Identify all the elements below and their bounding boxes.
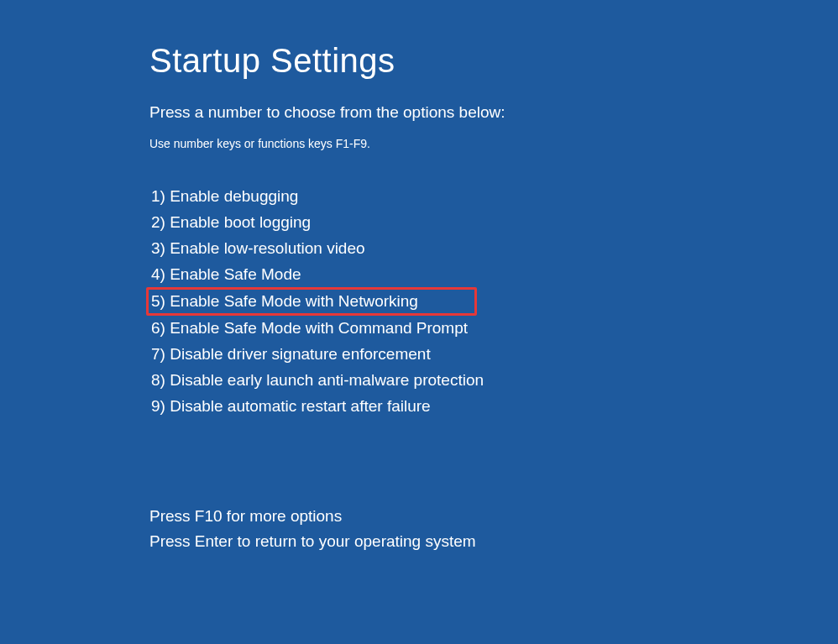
option-label: Disable early launch anti-malware protec… [170, 371, 484, 389]
option-enable-safe-mode-networking[interactable]: 5) Enable Safe Mode with Networking [146, 287, 477, 316]
option-label: Enable Safe Mode with Networking [170, 292, 418, 310]
option-number: 2 [151, 213, 160, 231]
option-number: 6 [151, 319, 160, 337]
option-number: 3 [151, 239, 160, 257]
footer: Press F10 for more options Press Enter t… [149, 504, 838, 554]
footer-return-os: Press Enter to return to your operating … [149, 529, 838, 554]
option-label: Disable driver signature enforcement [170, 345, 431, 363]
option-enable-safe-mode-cmd[interactable]: 6) Enable Safe Mode with Command Prompt [149, 316, 469, 341]
option-label: Enable boot logging [170, 213, 311, 231]
option-enable-debugging[interactable]: 1) Enable debugging [149, 184, 300, 209]
option-number: 4 [151, 265, 160, 283]
hint-text: Use number keys or functions keys F1-F9. [149, 137, 838, 150]
page-title: Startup Settings [149, 42, 838, 80]
option-enable-boot-logging[interactable]: 2) Enable boot logging [149, 210, 312, 235]
option-disable-anti-malware[interactable]: 8) Disable early launch anti-malware pro… [149, 368, 485, 393]
option-label: Enable low-resolution video [170, 239, 364, 257]
option-label: Enable Safe Mode [170, 265, 301, 283]
option-number: 8 [151, 371, 160, 389]
option-label: Enable debugging [170, 187, 298, 205]
footer-more-options: Press F10 for more options [149, 504, 838, 529]
option-number: 5 [151, 292, 160, 310]
option-number: 7 [151, 345, 160, 363]
startup-settings-screen: Startup Settings Press a number to choos… [0, 0, 838, 554]
option-number: 1 [151, 187, 160, 205]
option-label: Enable Safe Mode with Command Prompt [170, 319, 468, 337]
option-disable-auto-restart[interactable]: 9) Disable automatic restart after failu… [149, 394, 432, 419]
option-label: Disable automatic restart after failure [170, 397, 430, 415]
subtitle: Press a number to choose from the option… [149, 103, 838, 122]
option-number: 9 [151, 397, 160, 415]
option-disable-driver-sig[interactable]: 7) Disable driver signature enforcement [149, 342, 432, 367]
option-enable-safe-mode[interactable]: 4) Enable Safe Mode [149, 262, 303, 287]
options-list: 1) Enable debugging 2) Enable boot loggi… [149, 184, 838, 420]
option-enable-low-res-video[interactable]: 3) Enable low-resolution video [149, 236, 367, 261]
